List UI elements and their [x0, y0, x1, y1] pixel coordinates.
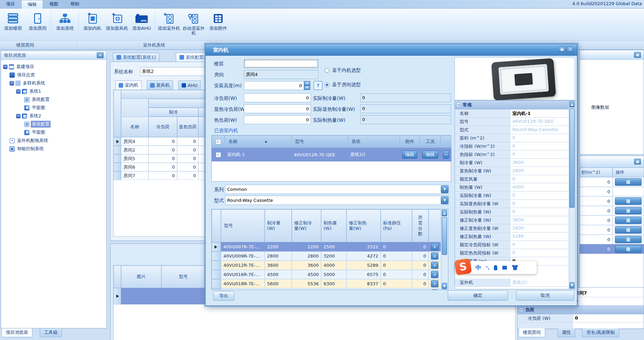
add-unit-button[interactable]: + [431, 252, 438, 260]
property-row[interactable]: 修正制冷量 (W)3600 [455, 216, 569, 224]
unit-name-cell[interactable]: 室内机-1 [225, 148, 291, 161]
add-unit-button[interactable]: + [431, 262, 438, 269]
scroll-up-icon[interactable]: ▲ [569, 101, 575, 107]
property-row[interactable]: 额定冷负荷指标 (W0 [455, 241, 569, 249]
add-unit-button[interactable]: + [431, 289, 438, 290]
model-cell[interactable]: 0 [381, 261, 412, 270]
property-row[interactable]: 实际显热制冷量 (W0 [455, 200, 569, 208]
model-cell[interactable]: 40VU024R-7E- [221, 288, 265, 290]
menu-project[interactable]: 项目 [0, 0, 21, 8]
model-cell[interactable]: 8337 [346, 279, 381, 288]
collapse-icon[interactable]: − [16, 89, 21, 94]
radio-by-room[interactable]: 基于房间选型 [325, 82, 361, 88]
room-cell[interactable]: 房间5 [121, 154, 148, 163]
auto-select-outdoor-unit-button[interactable]: 自动选室外机 [181, 10, 206, 39]
property-row[interactable]: 显热制冷量 (W)2600 [455, 167, 569, 175]
room-cell[interactable]: 房间7 [121, 171, 148, 180]
col-heating[interactable]: 制热量 (W) [321, 209, 346, 242]
model-cell[interactable]: 5289 [346, 261, 381, 270]
image-button[interactable]: ▦ [615, 207, 642, 214]
image-button[interactable]: ▦ [615, 226, 642, 234]
add-ahu-button[interactable]: AHU 添加AHU [129, 10, 154, 39]
model-cell[interactable]: 2200 [292, 242, 321, 251]
add-unit-button[interactable]: + [431, 243, 438, 250]
tree-item-new-project[interactable]: −新建项目 [3, 63, 106, 71]
property-row[interactable]: 制热量 (W)4000 [455, 183, 569, 192]
add-floor-button[interactable]: 添加楼层 [1, 10, 25, 39]
model-cell[interactable]: 40VU012R-7E-... [221, 261, 265, 270]
col-count[interactable]: 所需台数 [412, 209, 429, 242]
cooling-load-value[interactable]: 0 [573, 314, 644, 322]
image-button[interactable]: ▦ [615, 245, 642, 253]
model-cell[interactable]: 0 [381, 288, 412, 290]
model-cell[interactable]: 2200 [265, 242, 292, 251]
add-indoor-unit-button[interactable]: 添加内机 [80, 10, 105, 39]
model-cell[interactable]: 3600 [265, 261, 292, 270]
model-cell[interactable]: 0 [412, 242, 429, 251]
scroll-down-icon[interactable]: ▼ [569, 282, 575, 288]
restore-icon[interactable]: ▣ [634, 52, 641, 58]
scroll-thumb[interactable] [569, 108, 575, 208]
col-accessory[interactable]: 附件 [400, 135, 420, 148]
col-model[interactable]: 型号 [291, 135, 348, 148]
add-system-button[interactable]: 添加系统 [53, 10, 77, 39]
tree-item-system2-config[interactable]: 系统配置 [3, 120, 106, 128]
sensible-load-input[interactable] [244, 104, 311, 113]
room-cell[interactable]: 房间6 [121, 163, 148, 171]
add-fresh-air-unit-button[interactable]: 添加新风机 [105, 10, 129, 39]
ime-toolbar[interactable]: S 中 °, [455, 261, 537, 274]
ok-button[interactable]: 确定 [448, 290, 508, 301]
model-cell[interactable]: 40VU007R-7E-... [221, 242, 265, 251]
model-cell[interactable]: 5600 [265, 279, 292, 288]
collapse-icon[interactable]: − [16, 114, 21, 118]
room-cell[interactable]: 房间2 [121, 146, 148, 154]
cancel-button[interactable]: 取消 [516, 290, 574, 301]
tree-item-outdoor-power-system[interactable]: ⚡室外机配电系统 [3, 136, 106, 145]
property-row[interactable]: 修正显热制冷量 (W2600 [455, 224, 569, 233]
height-spinner[interactable]: ▲▼ [304, 81, 310, 90]
close-icon[interactable]: ✕ [97, 52, 104, 58]
model-cell[interactable]: 40VU018R-7E-... [221, 279, 265, 288]
tab-toolbox[interactable]: 工具箱 [40, 328, 62, 337]
image-button[interactable]: ▦ [615, 178, 642, 186]
model-cell[interactable]: 3600 [292, 261, 321, 270]
property-row[interactable]: 冷指标 (W/m^2)0 [455, 142, 569, 151]
tree-item-system1-plan[interactable]: 平面图 [3, 104, 106, 112]
chevron-down-icon[interactable]: ▼ [441, 196, 448, 204]
model-cell[interactable]: 3200 [321, 251, 346, 261]
menu-edit[interactable]: 编辑 [21, 0, 43, 9]
series-select[interactable]: Common ▼ [225, 185, 449, 194]
property-row[interactable]: 实际制热量 (W)0 [455, 208, 569, 216]
row-checkbox[interactable]: ✓ [216, 152, 221, 157]
model-cell[interactable]: 5536 [292, 279, 321, 288]
tab-floor-room[interactable]: 楼层房间 [518, 328, 545, 337]
scroll-down-icon[interactable]: ▼ [442, 283, 447, 289]
tab-ahu[interactable]: AHU [178, 80, 201, 90]
room-value2[interactable]: 0 [573, 297, 644, 305]
chevron-down-icon[interactable]: ▼ [441, 185, 448, 193]
tab-properties[interactable]: 属性 [557, 328, 575, 337]
property-row[interactable]: 名称室内机-1 [455, 109, 569, 118]
room-cell[interactable]: 房间4 [121, 137, 148, 146]
tab-fresh-air-units[interactable]: 新风机 [147, 80, 173, 90]
scroll-thumb[interactable] [442, 217, 447, 255]
unit-system-cell[interactable]: 系统2() [348, 148, 400, 161]
tree-item-project-overview[interactable]: 项目总览 [3, 71, 106, 79]
model-cell[interactable]: 4272 [346, 251, 381, 261]
collapse-icon[interactable]: − [456, 103, 461, 107]
floor-input[interactable] [244, 59, 318, 68]
model-cell[interactable]: 0 [412, 261, 429, 270]
model-cell[interactable]: 4500 [265, 270, 292, 279]
doc-tab-system1-config[interactable]: 系统配置[系统1] [113, 53, 159, 62]
menu-help[interactable]: 帮助 [64, 0, 86, 8]
model-cell[interactable]: 2800 [292, 251, 321, 261]
microphone-icon[interactable] [494, 265, 497, 270]
ime-chinese-mode[interactable]: 中 [475, 264, 481, 272]
model-cell[interactable]: 0 [381, 270, 412, 279]
image-button[interactable]: ▦ [615, 197, 642, 205]
ime-punctuation[interactable]: °, [486, 265, 489, 270]
radio-by-unit[interactable]: 基于内机选型 [325, 67, 361, 74]
model-cell[interactable]: 6300 [321, 279, 346, 288]
model-cell[interactable]: 2500 [321, 242, 346, 251]
sogou-logo-icon[interactable]: S [454, 258, 472, 275]
